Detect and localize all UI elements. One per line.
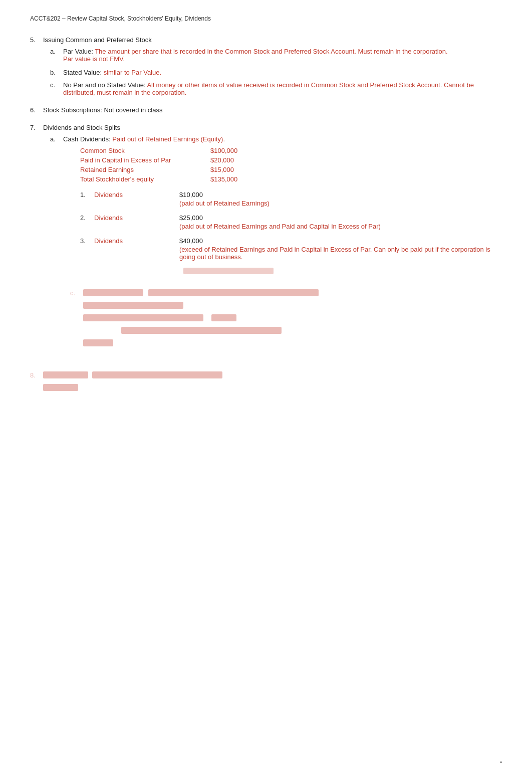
section-5a-content: Par Value: The amount per share that is … xyxy=(63,48,448,63)
blur-c-line3 xyxy=(83,314,319,324)
equity-row-common: Common Stock $100,000 xyxy=(80,146,260,155)
section-7a-letter: a. xyxy=(50,135,59,143)
section-5a-label-row: a. Par Value: The amount per share that … xyxy=(50,48,502,63)
dividend-3-content: $40,000 (exceed of Retained Earnings and… xyxy=(179,237,502,261)
section-7a-text: Paid out of Retained Earnings (Equity). xyxy=(112,135,225,143)
section-6-num: 6. xyxy=(30,106,39,114)
dividend-2-amount: $25,000 xyxy=(179,214,502,222)
dividend-1-note: (paid out of Retained Earnings) xyxy=(179,200,502,207)
section-8-blurred: 8. xyxy=(30,371,502,398)
section-5a-label: Par Value: xyxy=(63,48,93,55)
dividend-3-note: (exceed of Retained Earnings and Paid in… xyxy=(179,246,502,261)
equity-amount-common: $100,000 xyxy=(210,146,260,155)
section-5b-label-row: b. Stated Value: similar to Par Value. xyxy=(50,69,502,76)
section-7a-label-row: a. Cash Dividends: Paid out of Retained … xyxy=(50,135,502,143)
section-6-label: Stock Subscriptions: Not covered in clas… xyxy=(43,106,162,114)
section-7-num: 7. xyxy=(30,124,39,131)
section-8-title-blurred: 8. xyxy=(30,371,502,398)
dividend-2-label: Dividends xyxy=(94,214,139,222)
section-5b-content: Stated Value: similar to Par Value. xyxy=(63,69,161,76)
blur-letter-c: c. xyxy=(70,289,79,353)
dividend-3-label: Dividends xyxy=(94,237,139,245)
section-7a-content: Cash Dividends: Paid out of Retained Ear… xyxy=(63,135,225,143)
blur-content-c xyxy=(83,289,319,353)
blur-8-line1 xyxy=(43,371,222,381)
dividend-2: 2. Dividends $25,000 (paid out of Retain… xyxy=(80,214,502,230)
equity-row-retained: Retained Earnings $15,000 xyxy=(80,165,260,174)
dividend-3: 3. Dividends $40,000 (exceed of Retained… xyxy=(80,237,502,261)
section-5-label: Issuing Common and Preferred Stock xyxy=(43,36,152,44)
section-5c-letter: c. xyxy=(50,81,59,96)
section-5c-label: No Par and no Stated Value: xyxy=(63,81,146,89)
section-6-title: 6. Stock Subscriptions: Not covered in c… xyxy=(30,106,502,114)
section-6: 6. Stock Subscriptions: Not covered in c… xyxy=(30,106,502,114)
blur-c-line1 xyxy=(83,289,319,299)
section-7: 7. Dividends and Stock Splits a. Cash Di… xyxy=(30,124,502,353)
dividend-1-content: $10,000 (paid out of Retained Earnings) xyxy=(179,191,502,207)
dividend-3-amount: $40,000 xyxy=(179,237,502,245)
equity-label-paid: Paid in Capital in Excess of Par xyxy=(80,155,210,165)
section-7a: a. Cash Dividends: Paid out of Retained … xyxy=(50,135,502,353)
dividend-1-num: 1. xyxy=(80,191,94,199)
equity-data-table: Common Stock $100,000 Paid in Capital in… xyxy=(80,146,260,184)
section-8-content-blur xyxy=(43,371,222,398)
header-title: ACCT&202 – Review Capital Stock, Stockho… xyxy=(30,15,502,22)
section-5-title: 5. Issuing Common and Preferred Stock xyxy=(30,36,502,44)
blur-c-line5 xyxy=(83,339,319,351)
equity-row-total: Total Stockholder's equity $135,000 xyxy=(80,174,260,184)
section-5a: a. Par Value: The amount per share that … xyxy=(50,48,502,63)
section-7a-label: Cash Dividends: xyxy=(63,135,111,143)
blurred-line-div3 xyxy=(183,268,502,274)
section-7-title: 7. Dividends and Stock Splits xyxy=(30,124,502,131)
section-5a-text2: Par value is not FMV. xyxy=(63,55,125,63)
equity-table: Common Stock $100,000 Paid in Capital in… xyxy=(80,146,502,184)
dividend-2-note: (paid out of Retained Earnings and Paid … xyxy=(179,223,502,230)
section-5b-label: Stated Value: xyxy=(63,69,102,76)
section-5c-content: No Par and no Stated Value: All money or… xyxy=(63,81,502,96)
equity-amount-total: $135,000 xyxy=(210,174,260,184)
section-5b: b. Stated Value: similar to Par Value. xyxy=(50,69,502,76)
section-5-num: 5. xyxy=(30,36,39,44)
dividend-2-content: $25,000 (paid out of Retained Earnings a… xyxy=(179,214,502,230)
dividend-3-num: 3. xyxy=(80,237,94,245)
section-7c-blurred: c. xyxy=(70,289,502,353)
blur-8-line2 xyxy=(43,384,222,396)
section-5c-label-row: c. No Par and no Stated Value: All money… xyxy=(50,81,502,96)
page-header: ACCT&202 – Review Capital Stock, Stockho… xyxy=(30,15,502,22)
blur-c-line2 xyxy=(83,302,319,312)
dividend-1-amount: $10,000 xyxy=(179,191,502,199)
equity-label-total: Total Stockholder's equity xyxy=(80,174,210,184)
equity-row-paid: Paid in Capital in Excess of Par $20,000 xyxy=(80,155,260,165)
dividends-list: 1. Dividends $10,000 (paid out of Retain… xyxy=(80,191,502,274)
section-5b-text: similar to Par Value. xyxy=(104,69,161,76)
section-5c: c. No Par and no Stated Value: All money… xyxy=(50,81,502,96)
blur-row-1: c. xyxy=(70,289,502,353)
section-5a-text: The amount per share that is recorded in… xyxy=(95,48,448,55)
section-5: 5. Issuing Common and Preferred Stock a.… xyxy=(30,36,502,96)
equity-label-common: Common Stock xyxy=(80,146,210,155)
section-5b-letter: b. xyxy=(50,69,59,76)
section-8-num-blur: 8. xyxy=(30,371,39,398)
blur-c-line4 xyxy=(83,327,319,337)
section-7-label: Dividends and Stock Splits xyxy=(43,124,120,131)
section-5a-letter: a. xyxy=(50,48,59,63)
dividend-1-label: Dividends xyxy=(94,191,139,199)
equity-label-retained: Retained Earnings xyxy=(80,165,210,174)
dividend-1: 1. Dividends $10,000 (paid out of Retain… xyxy=(80,191,502,207)
dividend-2-num: 2. xyxy=(80,214,94,222)
equity-amount-retained: $15,000 xyxy=(210,165,260,174)
equity-amount-paid: $20,000 xyxy=(210,155,260,165)
